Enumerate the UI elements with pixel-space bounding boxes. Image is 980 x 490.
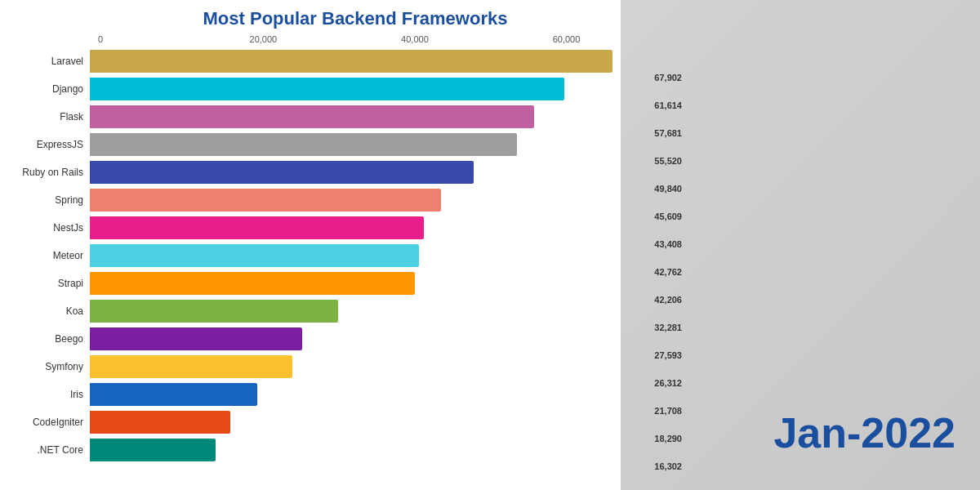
bar-fill-4: [90, 161, 474, 184]
bar-wrap-14: 16,302: [90, 439, 612, 461]
bar-label-3: ExpressJS: [0, 139, 90, 150]
bar-label-9: Koa: [0, 305, 90, 317]
bar-wrap-11: 26,312: [90, 355, 612, 378]
bar-wrap-4: 49,840: [90, 161, 612, 184]
bar-label-11: Symfony: [0, 361, 90, 372]
bar-fill-9: [90, 300, 338, 323]
bar-fill-10: [90, 327, 302, 350]
bar-value-10: 27,593: [654, 350, 682, 360]
bar-label-12: Iris: [0, 389, 90, 400]
bar-row: Strapi 42,206: [0, 270, 612, 296]
bar-row: Meteor 42,762: [0, 243, 612, 269]
bar-fill-0: [90, 50, 612, 73]
bar-label-5: Spring: [0, 194, 90, 206]
bar-wrap-8: 42,206: [90, 272, 612, 295]
bar-row: CodeIgniter 18,290: [0, 409, 612, 435]
bar-fill-7: [90, 244, 419, 267]
bar-value-8: 42,206: [654, 295, 682, 305]
bar-value-0: 67,902: [654, 73, 682, 82]
bar-fill-1: [90, 78, 564, 100]
bar-value-4: 49,840: [654, 184, 682, 194]
bar-row: Flask 57,681: [0, 104, 612, 130]
bar-value-11: 26,312: [654, 378, 682, 388]
chart-title: Most Popular Backend Frameworks: [0, 8, 612, 29]
bar-label-0: Laravel: [0, 56, 90, 67]
bar-value-14: 16,302: [654, 461, 682, 471]
bar-label-10: Beego: [0, 333, 90, 345]
bar-row: Iris 21,708: [0, 381, 612, 408]
bar-label-2: Flask: [0, 111, 90, 122]
bar-value-2: 57,681: [654, 128, 682, 138]
bar-row: Spring 45,609: [0, 187, 612, 213]
bar-row: Symfony 26,312: [0, 354, 612, 380]
bar-label-6: NestJs: [0, 222, 90, 234]
bar-fill-3: [90, 133, 517, 156]
bars-container: Laravel 67,902 Django 61,614 Flask 57,68…: [0, 48, 612, 463]
bar-value-1: 61,614: [654, 100, 682, 110]
bar-label-1: Django: [0, 83, 90, 95]
bar-row: NestJs 43,408: [0, 215, 612, 241]
bar-row: .NET Core 16,302: [0, 437, 612, 463]
bar-label-14: .NET Core: [0, 444, 90, 456]
chart-container: Most Popular Backend Frameworks 0 20,000…: [0, 0, 621, 490]
bar-wrap-7: 42,762: [90, 244, 612, 267]
bar-value-5: 45,609: [654, 212, 682, 221]
bar-label-4: Ruby on Rails: [0, 167, 90, 178]
bar-fill-14: [90, 439, 216, 461]
bar-wrap-2: 57,681: [90, 105, 612, 128]
bar-wrap-13: 18,290: [90, 411, 612, 434]
bar-wrap-0: 67,902: [90, 50, 612, 73]
bar-label-8: Strapi: [0, 278, 90, 289]
bar-label-7: Meteor: [0, 250, 90, 261]
bar-row: Beego 27,593: [0, 326, 612, 352]
bar-label-13: CodeIgniter: [0, 416, 90, 428]
bar-row: Ruby on Rails 49,840: [0, 159, 612, 185]
bar-row: Django 61,614: [0, 76, 612, 102]
bar-fill-11: [90, 355, 292, 378]
bar-row: Laravel 67,902: [0, 48, 612, 74]
axis-label-60k: 60,000: [553, 34, 581, 44]
bar-wrap-1: 61,614: [90, 78, 612, 100]
bar-fill-2: [90, 105, 534, 128]
bar-wrap-5: 45,609: [90, 189, 612, 212]
axis-label-20k: 20,000: [250, 34, 278, 44]
bar-wrap-6: 43,408: [90, 216, 612, 239]
axis-label-40k: 40,000: [401, 34, 429, 44]
date-label: Jan-2022: [773, 408, 956, 457]
bar-value-3: 55,520: [654, 156, 682, 166]
axis-label-0: 0: [98, 34, 103, 44]
bar-value-6: 43,408: [654, 239, 682, 249]
bar-wrap-9: 32,281: [90, 300, 612, 323]
bar-value-12: 21,708: [654, 406, 682, 416]
bar-fill-8: [90, 272, 415, 295]
bar-row: Koa 32,281: [0, 298, 612, 324]
bar-wrap-3: 55,520: [90, 133, 612, 156]
bar-value-13: 18,290: [654, 434, 682, 443]
bar-fill-6: [90, 216, 424, 239]
bar-wrap-12: 21,708: [90, 383, 612, 406]
bar-row: ExpressJS 55,520: [0, 131, 612, 158]
bar-fill-5: [90, 189, 441, 212]
bar-fill-12: [90, 383, 257, 406]
bar-value-9: 32,281: [654, 323, 682, 332]
bar-wrap-10: 27,593: [90, 327, 612, 350]
bar-value-7: 42,762: [654, 267, 682, 277]
bar-fill-13: [90, 411, 230, 434]
